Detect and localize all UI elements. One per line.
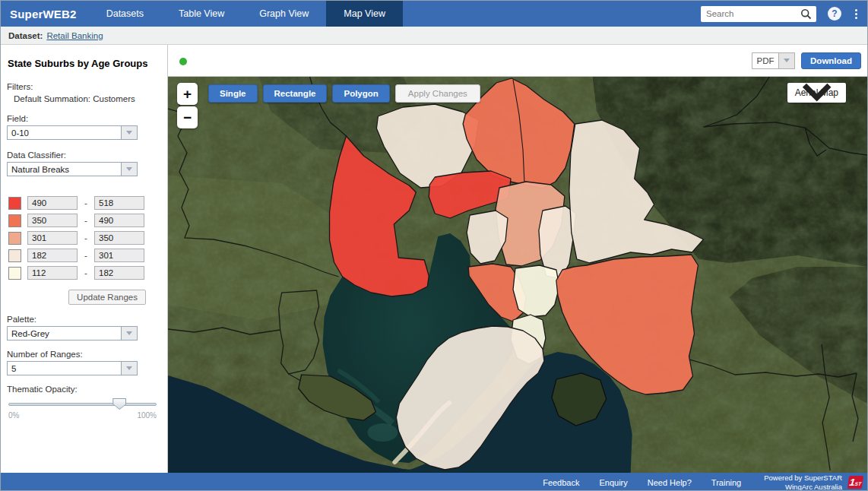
selection-tools: Single Rectangle Polygon Apply Changes — [208, 84, 480, 103]
range-color-swatch — [8, 249, 21, 262]
slider-min-label: 0% — [8, 411, 19, 420]
palette-select-button[interactable] — [121, 327, 137, 340]
range-from-input[interactable] — [27, 196, 78, 210]
range-separator: - — [78, 216, 94, 225]
filters-label: Filters: — [7, 82, 167, 91]
dataset-link[interactable]: Retail Banking — [46, 31, 103, 40]
range-color-swatch — [8, 267, 21, 280]
field-label: Field: — [7, 114, 167, 123]
range-separator: - — [78, 268, 94, 277]
export-format-select[interactable]: PDF — [752, 52, 779, 69]
status-indicator-dot — [179, 58, 187, 65]
rectangle-select-button[interactable]: Rectangle — [263, 84, 328, 103]
download-button[interactable]: Download — [801, 52, 861, 69]
range-separator: - — [78, 198, 94, 207]
range-from-input[interactable] — [27, 249, 78, 262]
range-to-input[interactable] — [94, 266, 144, 280]
palette-select[interactable]: Red-Grey — [7, 326, 138, 341]
range-to-input[interactable] — [94, 249, 144, 262]
apply-changes-button[interactable]: Apply Changes — [395, 84, 480, 103]
chevron-down-icon — [787, 83, 846, 103]
footer-link-training[interactable]: Training — [711, 478, 741, 487]
thematic-opacity-label: Thematic Opacity: — [7, 385, 167, 394]
slider-scale-labels: 0% 100% — [8, 411, 157, 420]
search-icon[interactable] — [800, 8, 812, 20]
map-toolbar: PDF Download — [168, 45, 867, 77]
range-separator: - — [78, 233, 94, 242]
slider-handle[interactable] — [112, 398, 126, 410]
field-select[interactable]: 0-10 — [7, 125, 138, 140]
palette-label: Palette: — [7, 315, 167, 324]
update-ranges-button[interactable]: Update Ranges — [68, 290, 146, 305]
zoom-in-button[interactable]: + — [177, 83, 198, 105]
number-of-ranges-value: 5 — [8, 364, 121, 373]
dataset-bar: Dataset: Retail Banking — [1, 27, 867, 45]
slider-max-label: 100% — [137, 411, 157, 420]
chevron-down-icon — [126, 167, 132, 171]
footer-bar: Feedback Enquiry Need Help? Training Pow… — [1, 473, 867, 491]
range-to-input[interactable] — [94, 196, 144, 210]
number-of-ranges-label: Number of Ranges: — [7, 350, 167, 359]
thematic-opacity-slider — [8, 401, 157, 410]
number-of-ranges-select-button[interactable] — [121, 362, 137, 375]
data-classifier-value: Natural Breaks — [8, 165, 121, 174]
map-settings-sidebar: State Suburbs by Age Groups Filters: Def… — [1, 45, 168, 473]
main-nav: Datasets Table View Graph View Map View — [89, 1, 403, 27]
chevron-down-icon — [784, 59, 790, 62]
footer-links: Feedback Enquiry Need Help? Training — [543, 478, 741, 487]
nav-item-table-view[interactable]: Table View — [161, 1, 242, 27]
help-icon[interactable]: ? — [828, 7, 841, 21]
map-canvas[interactable]: + − Single Rectangle Polygon Apply Chang… — [168, 77, 867, 473]
polygon-select-button[interactable]: Polygon — [332, 84, 389, 103]
page-title: State Suburbs by Age Groups — [8, 58, 160, 69]
navbar-right-group: ? — [701, 1, 867, 27]
range-row: - — [8, 196, 167, 210]
nav-item-graph-view[interactable]: Graph View — [242, 1, 326, 27]
app-window: SuperWEB2 Datasets Table View Graph View… — [0, 0, 868, 491]
zoom-out-button[interactable]: − — [177, 106, 198, 128]
footer-link-feedback[interactable]: Feedback — [543, 478, 579, 487]
range-from-input[interactable] — [27, 266, 78, 280]
default-summation: Default Summation: Customers — [14, 94, 167, 103]
range-from-input[interactable] — [27, 231, 78, 245]
range-row: - — [8, 249, 167, 262]
powered-by-text: Powered by SuperSTAR WingArc Australia — [764, 474, 842, 490]
map-zoom-controls: + − — [177, 83, 198, 128]
chevron-down-icon — [126, 366, 132, 370]
range-color-swatch — [8, 232, 21, 245]
slider-track[interactable] — [8, 403, 157, 406]
basemap-selector[interactable]: Aerial Map — [787, 83, 846, 103]
top-navbar: SuperWEB2 Datasets Table View Graph View… — [1, 1, 867, 27]
data-classifier-select[interactable]: Natural Breaks — [7, 162, 138, 176]
single-select-button[interactable]: Single — [208, 84, 258, 103]
range-from-input[interactable] — [27, 214, 78, 227]
search-input[interactable] — [701, 6, 816, 22]
nav-item-map-view[interactable]: Map View — [326, 1, 403, 27]
data-classifier-select-button[interactable] — [121, 163, 137, 176]
footer-link-need-help[interactable]: Need Help? — [648, 478, 692, 487]
range-row: - — [8, 231, 167, 245]
range-editor: - - - - — [1, 196, 167, 280]
chevron-down-icon — [126, 331, 132, 335]
wingarc1st-logo: 1ST — [847, 476, 863, 489]
search-box — [701, 6, 816, 22]
dataset-label: Dataset: — [8, 31, 43, 40]
nav-item-datasets[interactable]: Datasets — [89, 1, 161, 27]
number-of-ranges-select[interactable]: 5 — [7, 361, 138, 375]
map-svg — [168, 77, 867, 473]
range-row: - — [8, 266, 167, 280]
palette-value: Red-Grey — [8, 329, 121, 338]
chevron-down-icon — [126, 131, 132, 135]
range-color-swatch — [8, 214, 21, 227]
map-panel: PDF Download — [168, 45, 867, 473]
field-select-button[interactable] — [121, 126, 137, 139]
overflow-menu-icon[interactable] — [853, 7, 860, 21]
range-to-input[interactable] — [94, 231, 144, 245]
range-row: - — [8, 214, 167, 227]
data-classifier-label: Data Classifier: — [7, 150, 167, 160]
field-select-value: 0-10 — [8, 128, 121, 138]
app-brand: SuperWEB2 — [1, 1, 89, 27]
range-to-input[interactable] — [94, 214, 144, 227]
export-format-dropdown-button[interactable] — [779, 52, 795, 69]
footer-link-enquiry[interactable]: Enquiry — [599, 478, 627, 487]
